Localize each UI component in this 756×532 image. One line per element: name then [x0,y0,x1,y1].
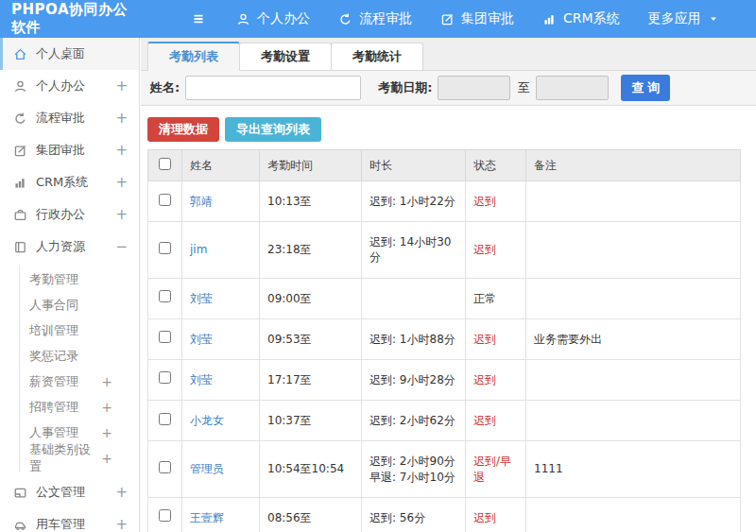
row-checkbox[interactable] [159,371,171,384]
employee-name-link[interactable]: jim [190,243,207,256]
attendance-table: 姓名 考勤时间 时长 状态 备注 郭靖 10:13至 迟到: 1小时22分 迟到 [147,149,741,532]
sidebar-subitem-label: 薪资管理 [29,373,78,390]
attendance-time: 09:00至 [260,278,362,318]
sidebar-item-crm-system[interactable]: CRM系统 + [0,166,139,198]
employee-name-link[interactable]: 王壹辉 [190,511,224,524]
hamburger-menu-icon[interactable] [180,11,217,26]
export-list-button[interactable]: 导出查询列表 [225,117,321,142]
column-header-remark: 备注 [526,150,741,181]
remark [526,278,741,318]
briefcase-icon [13,208,27,222]
clean-data-button[interactable]: 清理数据 [147,117,219,142]
employee-name-link[interactable]: 郭靖 [190,195,213,208]
sidebar-item-label: 用车管理 [36,516,85,532]
sidebar-item-label: 个人办公 [36,77,85,94]
sidebar-subitem-label: 招聘管理 [29,399,78,416]
sidebar-item-process-approval[interactable]: 流程审批 + [0,102,139,134]
sidebar-item-label: 人力资源 [36,238,85,255]
topnav-crm-system[interactable]: CRM系统 [542,10,620,27]
attendance-time: 23:18至 [260,222,362,278]
employee-name-link[interactable]: 小龙女 [190,414,224,427]
row-checkbox[interactable] [159,194,171,206]
sidebar-item-human-resources[interactable]: 人力资源 − [0,231,139,263]
select-all-checkbox[interactable] [159,158,171,170]
sidebar-item-personal-office[interactable]: 个人办公 + [0,70,139,102]
sidebar: 个人桌面 个人办公 + 流程审批 + 集团审批 + [0,38,140,532]
sidebar-item-vehicle-mgmt[interactable]: 用车管理 + [0,508,139,532]
expand-plus-icon[interactable]: + [101,452,112,465]
edit-icon [13,144,27,158]
tab-bar: 考勤列表 考勤设置 考勤统计 [141,38,756,71]
caret-down-icon [708,13,719,25]
topnav-label: 集团审批 [461,10,514,27]
remark: 1111 [526,441,741,497]
expand-plus-icon[interactable]: + [115,518,128,532]
expand-plus-icon[interactable]: + [101,375,112,388]
date-from-input[interactable] [438,76,510,100]
expand-plus-icon[interactable]: + [115,486,128,500]
topnav-more-apps[interactable]: 更多应用 [648,10,719,27]
sidebar-subitem-base-category-settings[interactable]: 基础类别设置 + [20,445,139,471]
duration: 迟到: 56分 [362,497,466,532]
tab-attendance-settings[interactable]: 考勤设置 [239,43,332,70]
row-checkbox[interactable] [159,509,171,522]
row-checkbox[interactable] [159,461,171,473]
row-checkbox[interactable] [159,331,171,343]
employee-name-link[interactable]: 管理员 [190,462,224,475]
sidebar-item-label: 流程审批 [36,110,85,127]
topnav-personal-office[interactable]: 个人办公 [236,10,310,27]
collapse-minus-icon[interactable]: − [115,240,128,254]
tab-attendance-list[interactable]: 考勤列表 [147,42,240,71]
topbar: PHPOA协同办公软件 个人办公 流程审批 集团审批 [0,0,756,38]
table-row: 小龙女 10:37至 迟到: 2小时62分 迟到 [148,401,741,441]
row-checkbox[interactable] [159,413,171,425]
remark [526,401,741,441]
expand-plus-icon[interactable]: + [101,401,112,414]
date-filter-label: 考勤日期: [378,79,432,96]
remark [526,181,741,222]
name-filter-label: 姓名: [150,79,180,96]
sidebar-item-document-mgmt[interactable]: 公文管理 + [0,476,139,508]
employee-name-link[interactable]: 刘莹 [190,373,213,386]
sidebar-item-label: 行政办公 [36,206,85,223]
expand-plus-icon[interactable]: + [115,208,128,222]
sidebar-item-label: 个人桌面 [36,45,85,62]
expand-plus-icon[interactable]: + [115,144,128,158]
expand-plus-icon[interactable]: + [115,112,128,126]
date-to-input[interactable] [536,76,609,100]
sidebar-subitem-hr-contract[interactable]: 人事合同 [20,292,139,317]
table-row: 刘莹 09:00至 正常 [148,278,741,318]
sidebar-subitem-label: 培训管理 [29,322,78,339]
sidebar-item-group-approval[interactable]: 集团审批 + [0,134,139,166]
sidebar-subitem-salary-mgmt[interactable]: 薪资管理 + [20,369,139,394]
sidebar-subitem-attendance-mgmt[interactable]: 考勤管理 [20,266,139,292]
row-checkbox[interactable] [159,290,171,302]
employee-name-link[interactable]: 刘莹 [190,292,213,305]
row-checkbox[interactable] [159,242,171,254]
app-logo: PHPOA协同办公软件 [0,1,140,37]
remark [526,497,741,532]
name-filter-input[interactable] [185,76,361,100]
sidebar-subitem-training-mgmt[interactable]: 培训管理 [20,317,139,343]
expand-plus-icon[interactable]: + [115,176,128,190]
tab-attendance-stats[interactable]: 考勤统计 [331,43,423,70]
expand-plus-icon[interactable]: + [101,426,112,439]
status-badge: 迟到 [466,359,526,400]
process-icon [13,112,27,126]
sidebar-subitem-reward-records[interactable]: 奖惩记录 [20,343,139,369]
sidebar-item-admin-office[interactable]: 行政办公 + [0,198,139,231]
sidebar-subitem-label: 奖惩记录 [29,348,78,365]
expand-plus-icon[interactable]: + [115,79,128,94]
sidebar-subitem-label: 人事管理 [29,424,78,441]
main-content: 考勤列表 考勤设置 考勤统计 姓名: 考勤日期: 至 查 询 清理数据 导出查询… [141,38,756,532]
remark [526,359,741,400]
table-row: 管理员 10:54至10:54 迟到: 2小时90分 早退: 7小时10分 迟到… [148,441,741,497]
query-button[interactable]: 查 询 [621,75,670,101]
duration: 迟到: 9小时28分 [362,359,466,400]
sidebar-item-personal-desktop[interactable]: 个人桌面 [0,38,139,70]
sidebar-subitem-recruit-mgmt[interactable]: 招聘管理 + [20,394,139,420]
top-navigation: 个人办公 流程审批 集团审批 CRM系统 更多应用 [236,10,719,27]
topnav-process-approval[interactable]: 流程审批 [338,10,412,27]
employee-name-link[interactable]: 刘莹 [190,333,213,346]
topnav-group-approval[interactable]: 集团审批 [440,10,514,27]
